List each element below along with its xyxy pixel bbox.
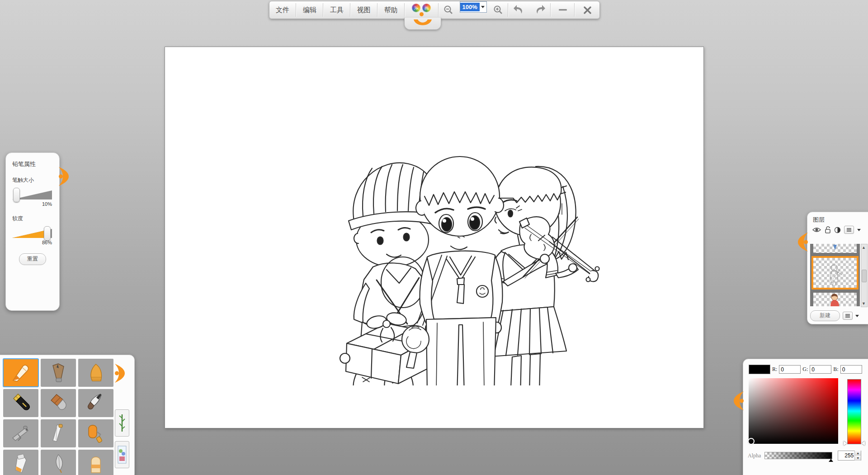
- layer-opacity-icon[interactable]: [834, 227, 841, 233]
- app-window: 文件 编辑 工具 视图 帮助 乐 画: [0, 0, 868, 475]
- layer-thumbnail-bottom[interactable]: [813, 293, 857, 306]
- menu-file[interactable]: 文件: [269, 1, 296, 19]
- redo-button[interactable]: [529, 1, 550, 19]
- panel-handle-icon[interactable]: [57, 166, 69, 187]
- scroll-up-icon[interactable]: ▲: [861, 244, 866, 251]
- minimize-icon: [559, 9, 567, 11]
- hue-bar[interactable]: [847, 379, 861, 444]
- alpha-label: Alpha: [748, 452, 761, 459]
- alpha-increment-button[interactable]: ▲: [855, 451, 861, 456]
- layer-thumbnail-selected[interactable]: [813, 258, 857, 288]
- color-picker-panel: R: G: B: Alpha ▲ ▼: [743, 359, 868, 475]
- menu-tools[interactable]: 工具: [324, 1, 350, 19]
- minimize-button[interactable]: [551, 1, 575, 19]
- tool-paint-bottle[interactable]: [3, 450, 38, 475]
- bamboo-stamp-button[interactable]: [115, 409, 129, 437]
- panel-handle-icon[interactable]: [797, 231, 809, 253]
- alpha-input[interactable]: [838, 452, 854, 459]
- ink-brush-icon: [85, 392, 107, 414]
- tool-eraser[interactable]: [78, 450, 113, 475]
- artwork-middle-boy: [416, 157, 504, 385]
- menu-edit[interactable]: 编辑: [297, 1, 323, 19]
- new-layer-button[interactable]: 新建: [810, 310, 840, 321]
- leaf-pen-icon: [47, 453, 69, 475]
- picture-stamp-icon: [118, 446, 127, 464]
- zoom-out-button[interactable]: [439, 1, 458, 19]
- saturation-value-field[interactable]: [749, 378, 838, 444]
- logo-left-eye-icon: 乐: [412, 4, 420, 12]
- layer-lock-icon[interactable]: [825, 226, 831, 233]
- tool-airbrush[interactable]: [3, 419, 38, 447]
- tool-flat-brush[interactable]: [41, 389, 76, 417]
- current-color-swatch: [749, 365, 770, 374]
- wood-pencil-icon: [47, 362, 69, 384]
- panel-handle-icon[interactable]: [113, 362, 125, 384]
- tool-wood-pencil[interactable]: [41, 359, 76, 387]
- layer-thumbnail-top[interactable]: [813, 244, 857, 253]
- chevron-down-icon[interactable]: [857, 229, 861, 231]
- panel-title: 铅笔属性: [12, 160, 53, 168]
- logo-tab: [404, 18, 441, 30]
- red-input[interactable]: [779, 365, 801, 374]
- zoom-level-combo[interactable]: 100%: [460, 1, 487, 13]
- scrollbar-thumb[interactable]: [862, 270, 867, 282]
- red-label: R:: [772, 366, 777, 373]
- tool-paint-roller[interactable]: [78, 419, 113, 447]
- tool-palette-side: [112, 355, 132, 475]
- logo-right-eye-icon: 画: [422, 4, 431, 12]
- list-icon: [846, 228, 852, 232]
- sv-cursor[interactable]: [748, 438, 755, 445]
- drawing-canvas[interactable]: [165, 47, 704, 428]
- scroll-down-icon[interactable]: ▼: [861, 300, 866, 307]
- layer-options-button[interactable]: [843, 312, 853, 320]
- tool-palette-knife[interactable]: [41, 419, 76, 447]
- undo-button[interactable]: [509, 1, 529, 19]
- chevron-down-icon[interactable]: [855, 315, 859, 317]
- alpha-marker[interactable]: [829, 459, 833, 462]
- hue-marker-right[interactable]: [862, 441, 865, 446]
- layer-menu-button[interactable]: [844, 226, 854, 234]
- panel-handle-icon[interactable]: [733, 390, 745, 412]
- layers-panel: 图层: [807, 212, 868, 324]
- list-icon: [845, 314, 850, 318]
- green-input[interactable]: [810, 365, 831, 374]
- crayon-icon: [85, 362, 107, 384]
- tool-ink-brush[interactable]: [78, 389, 113, 417]
- alpha-slider[interactable]: [764, 452, 832, 459]
- brush-size-handle[interactable]: [13, 188, 20, 202]
- close-button[interactable]: [575, 1, 599, 19]
- zoom-in-button[interactable]: [489, 1, 508, 19]
- logo-smile-icon: [412, 19, 433, 28]
- tool-leaf-pen[interactable]: [41, 450, 76, 475]
- alpha-decrement-button[interactable]: ▼: [855, 456, 861, 461]
- reset-button[interactable]: 重置: [19, 253, 46, 265]
- undo-icon: [513, 5, 525, 15]
- airbrush-icon: [10, 423, 32, 444]
- softness-slider[interactable]: [12, 229, 52, 238]
- softness-handle[interactable]: [44, 226, 51, 241]
- pencil-icon: [10, 362, 32, 384]
- softness-label: 软度: [12, 215, 53, 223]
- hue-marker-left[interactable]: [844, 441, 847, 446]
- tool-grid: [3, 359, 113, 475]
- tool-fountain-pen[interactable]: [3, 389, 38, 417]
- layer-content-preview: [813, 258, 857, 288]
- blue-label: B:: [833, 366, 838, 373]
- brush-size-label: 笔触大小: [12, 176, 53, 184]
- brush-size-value: 10%: [12, 201, 52, 207]
- layer-visibility-eye-icon[interactable]: [812, 227, 821, 233]
- zoom-combo-dropdown[interactable]: [480, 6, 486, 8]
- tool-pencil[interactable]: [3, 359, 38, 387]
- brush-size-slider[interactable]: [12, 190, 52, 200]
- tool-palette-panel: [0, 355, 135, 475]
- eraser-icon: [85, 453, 107, 475]
- menu-help[interactable]: 帮助: [378, 1, 404, 19]
- redo-icon: [534, 5, 546, 15]
- layers-scrollbar[interactable]: ▲ ▼: [861, 244, 868, 307]
- alpha-spinner: ▲ ▼: [838, 451, 861, 461]
- logo-nose-icon: [420, 12, 424, 16]
- menu-view[interactable]: 视图: [351, 1, 377, 19]
- blue-input[interactable]: [840, 365, 862, 374]
- picture-stamp-button[interactable]: [115, 441, 129, 468]
- tool-crayon[interactable]: [78, 359, 113, 387]
